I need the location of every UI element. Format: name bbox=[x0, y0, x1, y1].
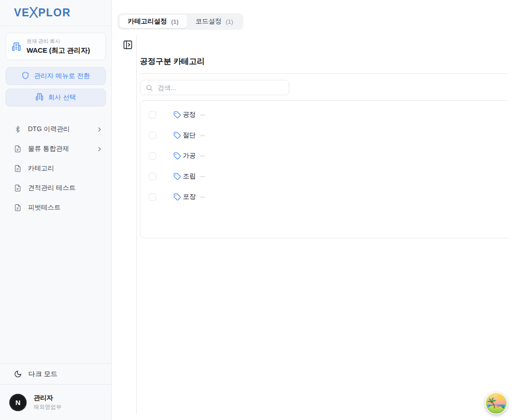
category-dash bbox=[200, 176, 205, 177]
tropical-island-icon bbox=[485, 392, 507, 414]
sidebar-item-label: DTG 이력관리 bbox=[28, 125, 69, 133]
user-profile[interactable]: N 관리자 해외영업부 bbox=[0, 385, 111, 420]
logo-area: VEXPLOR bbox=[0, 0, 111, 26]
sidebar-item-label: 물류 통합관제 bbox=[28, 145, 69, 153]
main-content: 공정구분 카테고리 공정 bbox=[140, 0, 508, 420]
tag-icon bbox=[173, 173, 181, 180]
company-card-value: WACE (최고 관리자) bbox=[27, 46, 90, 55]
sidebar-item-category[interactable]: 카테고리 bbox=[0, 160, 111, 177]
tag-icon bbox=[173, 111, 181, 119]
category-checkbox[interactable] bbox=[149, 193, 156, 201]
sidebar-item-quote-test[interactable]: 견적관리 테스트 bbox=[0, 180, 111, 196]
dark-mode-label: 다크 모드 bbox=[28, 370, 57, 378]
category-checkbox[interactable] bbox=[149, 111, 156, 119]
sidebar-item-dtg-history[interactable]: DTG 이력관리 bbox=[0, 121, 111, 138]
sidebar-nav: DTG 이력관리 물류 통합관제 카테고리 bbox=[0, 121, 111, 216]
category-label: 가공 bbox=[183, 152, 196, 160]
document-icon bbox=[14, 145, 21, 153]
category-dash bbox=[200, 114, 205, 116]
category-row[interactable]: 가공 bbox=[140, 149, 508, 162]
category-row[interactable]: 포장 bbox=[140, 190, 508, 203]
avatar: N bbox=[9, 394, 27, 411]
category-label: 포장 bbox=[183, 193, 196, 201]
category-row[interactable]: 공정 bbox=[140, 108, 508, 121]
logo-text-right: PLOR bbox=[38, 7, 71, 18]
building-icon bbox=[12, 42, 21, 51]
select-company-button[interactable]: 회사 선택 bbox=[6, 89, 106, 106]
content-divider bbox=[136, 35, 137, 414]
category-row[interactable]: 조립 bbox=[140, 170, 508, 183]
search-icon bbox=[146, 84, 153, 91]
category-dash bbox=[200, 135, 205, 136]
sidebar-item-pivot-test[interactable]: 피벗테스트 bbox=[0, 199, 111, 216]
vexplor-logo[interactable]: VEXPLOR bbox=[14, 6, 71, 20]
current-company-card: 현재 관리 회사 WACE (최고 관리자) bbox=[6, 33, 106, 60]
tag-icon bbox=[173, 132, 181, 139]
select-company-label: 회사 선택 bbox=[48, 93, 76, 102]
avatar-initial: N bbox=[15, 399, 21, 406]
app-window: VEXPLOR 현재 관리 회사 WACE (최고 관리자) 관리자 메뉴로 전… bbox=[0, 0, 513, 420]
sidebar-item-label: 피벗테스트 bbox=[28, 203, 61, 212]
switch-admin-menu-label: 관리자 메뉴로 전환 bbox=[34, 72, 90, 80]
category-label: 공정 bbox=[183, 111, 196, 119]
category-label: 조립 bbox=[183, 172, 196, 181]
user-name: 관리자 bbox=[34, 394, 62, 402]
logo-text-left: VE bbox=[14, 7, 30, 18]
chevron-right-icon bbox=[96, 146, 103, 153]
document-icon bbox=[14, 165, 21, 172]
category-checkbox[interactable] bbox=[149, 152, 156, 160]
document-icon bbox=[14, 184, 21, 192]
company-card-label: 현재 관리 회사 bbox=[27, 38, 90, 45]
category-search bbox=[140, 80, 289, 95]
moon-icon bbox=[14, 370, 22, 378]
dark-mode-toggle[interactable]: 다크 모드 bbox=[0, 363, 111, 385]
tag-icon bbox=[173, 152, 181, 160]
page-title: 공정구분 카테고리 bbox=[140, 56, 205, 67]
category-dash bbox=[200, 155, 205, 157]
category-label: 절단 bbox=[183, 131, 196, 140]
document-icon bbox=[14, 204, 21, 211]
sidebar-item-logistics-control[interactable]: 물류 통합관제 bbox=[0, 140, 111, 157]
tag-icon bbox=[173, 193, 181, 201]
sidebar-item-label: 견적관리 테스트 bbox=[28, 184, 76, 192]
sidebar-item-label: 카테고리 bbox=[28, 164, 54, 173]
category-checkbox[interactable] bbox=[149, 132, 156, 139]
title-divider bbox=[140, 73, 508, 74]
chevron-right-icon bbox=[96, 126, 103, 133]
user-department: 해외영업부 bbox=[34, 403, 62, 411]
building-icon bbox=[35, 93, 43, 102]
sidebar-collapse-toggle-icon[interactable] bbox=[123, 40, 133, 50]
search-input[interactable] bbox=[157, 84, 284, 92]
bluetooth-icon bbox=[14, 126, 21, 133]
category-panel: 공정 절단 bbox=[140, 100, 508, 239]
shield-icon bbox=[21, 71, 29, 81]
floating-widget-button[interactable] bbox=[485, 392, 507, 414]
logo-text-x: X bbox=[29, 5, 39, 20]
category-row[interactable]: 절단 bbox=[140, 129, 508, 142]
sidebar: VEXPLOR 현재 관리 회사 WACE (최고 관리자) 관리자 메뉴로 전… bbox=[0, 0, 112, 420]
switch-admin-menu-button[interactable]: 관리자 메뉴로 전환 bbox=[6, 67, 106, 85]
category-dash bbox=[200, 196, 205, 198]
category-checkbox[interactable] bbox=[149, 173, 156, 180]
